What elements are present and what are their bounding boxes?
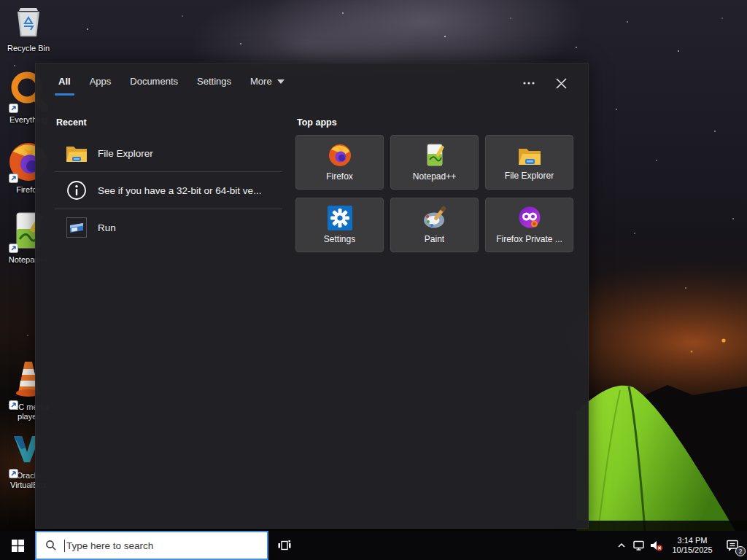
close-icon bbox=[556, 78, 567, 89]
close-button[interactable] bbox=[549, 71, 573, 96]
folder-icon bbox=[65, 141, 88, 165]
recycle-bin-icon bbox=[10, 4, 47, 42]
search-panel-content: Recent File Explorer bbox=[36, 103, 588, 252]
settings-gear-icon bbox=[328, 206, 352, 230]
volume-mute-icon bbox=[650, 540, 663, 552]
network-icon bbox=[633, 540, 646, 551]
clock[interactable]: 3:14 PM 10/15/2025 bbox=[668, 536, 716, 555]
taskbar: Type here to search bbox=[0, 531, 747, 560]
app-tile-label: File Explorer bbox=[505, 171, 554, 181]
more-options-button[interactable] bbox=[516, 71, 541, 96]
chevron-down-icon bbox=[277, 79, 285, 84]
run-icon bbox=[65, 216, 88, 239]
taskbar-search-input[interactable]: Type here to search bbox=[35, 531, 268, 560]
app-tile-label: Settings bbox=[324, 234, 355, 244]
tab-more[interactable]: More bbox=[250, 70, 285, 97]
firefox-private-icon bbox=[517, 206, 542, 230]
network-tray-button[interactable] bbox=[630, 531, 648, 560]
text-cursor bbox=[64, 540, 65, 552]
shortcut-arrow-icon bbox=[9, 244, 18, 253]
app-tile-file-explorer[interactable]: File Explorer bbox=[485, 135, 573, 190]
shortcut-arrow-icon bbox=[9, 104, 18, 113]
paint-icon bbox=[422, 206, 448, 230]
recent-item-file-explorer[interactable]: File Explorer bbox=[55, 135, 282, 171]
recent-item-label: File Explorer bbox=[98, 148, 153, 159]
search-flyout-panel: All Apps Documents Settings More Recent bbox=[35, 63, 589, 529]
clock-time: 3:14 PM bbox=[668, 536, 716, 545]
app-tile-label: Firefox Private ... bbox=[496, 234, 562, 244]
app-tile-notepad-plus-plus[interactable]: Notepad++ bbox=[390, 135, 479, 190]
app-tile-label: Paint bbox=[425, 234, 444, 244]
start-button[interactable] bbox=[0, 531, 35, 560]
info-icon bbox=[65, 179, 88, 202]
recent-item-label: Run bbox=[98, 222, 116, 233]
notepad-plus-plus-icon bbox=[422, 143, 447, 168]
ellipsis-icon bbox=[522, 81, 535, 85]
tab-all[interactable]: All bbox=[58, 70, 71, 97]
notification-badge: 2 bbox=[735, 546, 746, 556]
top-apps-header: Top apps bbox=[297, 117, 573, 128]
recent-section: Recent File Explorer bbox=[55, 112, 282, 252]
clock-date: 10/15/2025 bbox=[668, 545, 716, 555]
recent-item-run[interactable]: Run bbox=[55, 209, 282, 246]
firefox-icon bbox=[328, 143, 352, 168]
app-tile-label: Firefox bbox=[326, 171, 353, 182]
app-tile-paint[interactable]: Paint bbox=[390, 198, 479, 252]
desktop-icon-recycle-bin[interactable]: Recycle Bin bbox=[0, 4, 57, 53]
windows-logo-icon bbox=[12, 540, 24, 552]
tab-apps[interactable]: Apps bbox=[90, 70, 112, 97]
chevron-up-icon bbox=[617, 541, 626, 550]
recent-header: Recent bbox=[56, 117, 282, 128]
recent-item-label: See if you have a 32-bit or 64-bit ve... bbox=[98, 185, 261, 196]
top-apps-section: Top apps Firefox bbox=[295, 112, 573, 252]
volume-muted-button[interactable] bbox=[648, 531, 665, 560]
task-view-button[interactable] bbox=[268, 531, 301, 560]
app-tile-settings[interactable]: Settings bbox=[295, 198, 384, 252]
desktop-icon-label: Recycle Bin bbox=[7, 44, 50, 53]
search-filter-tabbar: All Apps Documents Settings More bbox=[36, 63, 588, 103]
shortcut-arrow-icon bbox=[9, 469, 18, 478]
system-tray: 3:14 PM 10/15/2025 2 bbox=[613, 531, 747, 560]
file-explorer-icon bbox=[516, 144, 543, 167]
screen: Recycle Bin Everything bbox=[0, 0, 747, 560]
tab-settings[interactable]: Settings bbox=[197, 70, 231, 97]
app-tile-firefox[interactable]: Firefox bbox=[295, 135, 384, 190]
action-center-button[interactable]: 2 bbox=[719, 531, 747, 560]
tab-documents[interactable]: Documents bbox=[130, 70, 178, 97]
search-placeholder: Type here to search bbox=[66, 540, 153, 551]
shortcut-arrow-icon bbox=[9, 400, 18, 410]
task-view-icon bbox=[277, 538, 292, 553]
search-icon bbox=[45, 540, 57, 551]
show-hidden-icons-button[interactable] bbox=[613, 531, 630, 560]
top-apps-grid: Firefox Notepad++ bbox=[295, 135, 573, 252]
recent-item-search-suggestion[interactable]: See if you have a 32-bit or 64-bit ve... bbox=[55, 172, 282, 209]
app-tile-firefox-private[interactable]: Firefox Private ... bbox=[485, 198, 573, 252]
app-tile-label: Notepad++ bbox=[413, 171, 456, 182]
shortcut-arrow-icon bbox=[9, 174, 18, 183]
